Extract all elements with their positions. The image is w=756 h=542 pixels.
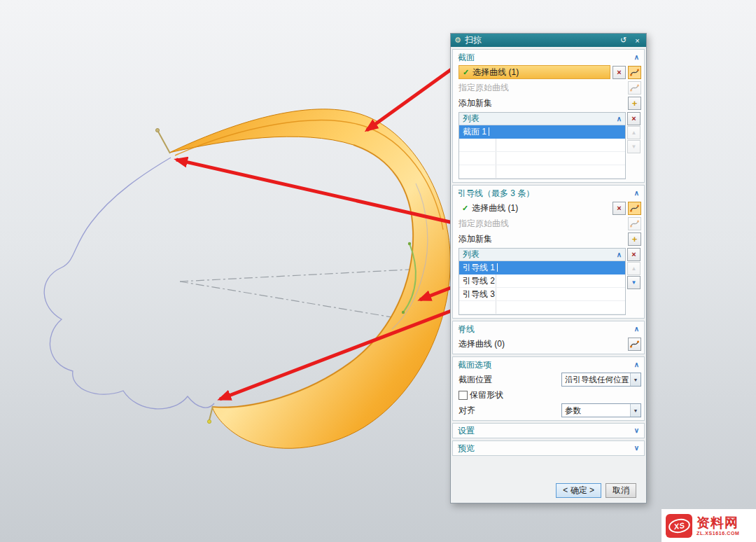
alignment-dropdown[interactable]: 参数 ▼ (561, 403, 641, 417)
collapse-chevron-icon[interactable]: ∧ (634, 326, 639, 333)
guide-origin-curve-row: 指定原始曲线 (453, 216, 644, 231)
section-add-set-button[interactable]: + (628, 97, 641, 110)
annotation-arrow-section-curve (367, 62, 462, 130)
guide-group: 引导线（最多 3 条） ∧ ✓ 选择曲线 (1) × (452, 185, 645, 319)
close-icon[interactable]: × (632, 36, 643, 45)
section-group-header[interactable]: 截面 ∧ (453, 50, 644, 64)
remove-icon: × (617, 204, 621, 212)
guide-list-move-down-button[interactable]: ▼ (627, 276, 640, 289)
guide-select-curve-field[interactable]: ✓ 选择曲线 (1) (458, 201, 610, 215)
section-list-body: 截面 1 (459, 125, 625, 179)
preview-group-title: 预览 (458, 443, 634, 454)
section-position-value: 沿引导线任何位置 (562, 375, 630, 385)
guide-list-area: 列表 ∧ 引导线 1 引导线 2 (453, 246, 644, 316)
section-position-label: 截面位置 (458, 374, 492, 386)
list-item-empty[interactable] (459, 152, 625, 165)
watermark-brand: 资料网 (696, 516, 738, 529)
select-curve-icon (630, 204, 639, 213)
swept-surface[interactable] (169, 109, 450, 449)
dropdown-arrow-icon: ▼ (630, 373, 640, 386)
top-tip-handle-point (155, 128, 159, 132)
collapse-chevron-icon[interactable]: ∧ (617, 251, 622, 258)
guide-curve-picker-button[interactable] (628, 202, 641, 215)
settings-group-header[interactable]: 设置 ∨ (453, 424, 644, 438)
reset-icon[interactable]: ↺ (618, 36, 629, 45)
collapse-chevron-icon[interactable]: ∧ (617, 116, 622, 123)
section-select-curve-field[interactable]: ✓ 选择曲线 (1) (458, 65, 610, 79)
expand-chevron-icon[interactable]: ∨ (634, 427, 639, 434)
collapse-chevron-icon[interactable]: ∧ (634, 54, 639, 61)
dialog-titlebar[interactable]: ⚙ 扫掠 ↺ × (451, 34, 646, 47)
list-item-guide-1[interactable]: 引导线 1 (459, 261, 625, 275)
dialog-button-row: < 确定 > 取消 (452, 480, 645, 499)
preserve-shape-label: 保留形状 (470, 389, 503, 401)
gear-icon[interactable]: ⚙ (454, 36, 461, 45)
arrow-down-icon: ▼ (631, 144, 637, 150)
guide-list-remove-button[interactable]: × (627, 248, 640, 261)
dialog-title: 扫掠 (465, 34, 615, 46)
watermark-site: ZL.XS1616.COM (696, 531, 739, 536)
list-item-empty[interactable] (459, 301, 625, 314)
section-options-header[interactable]: 截面选项 ∧ (453, 358, 644, 372)
list-item-empty[interactable] (459, 165, 625, 179)
section-list-controls: × ▲ ▼ (627, 112, 641, 153)
settings-group-title: 设置 (458, 425, 634, 437)
guide-group-header[interactable]: 引导线（最多 3 条） ∧ (453, 186, 644, 200)
section-clear-selection-button[interactable]: × (612, 66, 626, 79)
section-select-curve-label: 选择曲线 (1) (472, 67, 519, 78)
cancel-button[interactable]: 取消 (606, 483, 636, 498)
section-list-header[interactable]: 列表 ∧ (459, 113, 625, 125)
alignment-row: 对齐 参数 ▼ (453, 403, 644, 418)
section-origin-curve-row: 指定原始曲线 (453, 80, 644, 95)
arrow-up-icon: ▲ (631, 266, 637, 272)
list-item-label: 引导线 3 (463, 289, 495, 300)
guide-list-controls: × ▲ ▼ (627, 248, 641, 289)
section-position-row: 截面位置 沿引导线任何位置 ▼ (453, 372, 644, 387)
section-position-dropdown[interactable]: 沿引导线任何位置 ▼ (561, 373, 641, 387)
settings-group: 设置 ∨ (452, 423, 645, 438)
list-item-guide-2[interactable]: 引导线 2 (459, 275, 625, 288)
application-window: ⚙ 扫掠 ↺ × 截面 ∧ ✓ 选择曲线 (1) × (0, 0, 756, 542)
bottom-tip-handle (209, 406, 213, 420)
guide-clear-selection-button[interactable]: × (612, 202, 626, 215)
section-add-set-row: 添加新集 + (453, 95, 644, 111)
spine-group-header[interactable]: 脊线 ∧ (453, 322, 644, 336)
select-curve-icon (630, 68, 639, 77)
list-item-label: 截面 1 (463, 126, 486, 138)
text-cursor (497, 263, 498, 272)
section-curve-picker-button[interactable] (628, 66, 641, 79)
guide-select-curve-row: ✓ 选择曲线 (1) × (453, 200, 644, 216)
collapse-chevron-icon[interactable]: ∧ (634, 361, 639, 368)
preview-group-header[interactable]: 预览 ∨ (453, 441, 644, 455)
spine-curve-picker-button[interactable] (628, 338, 641, 351)
section-group-title: 截面 (458, 52, 634, 64)
section-list-area: 列表 ∧ 截面 1 (453, 111, 644, 180)
guide-origin-curve-picker-button (628, 217, 641, 230)
select-curve-icon (630, 83, 639, 92)
alignment-value: 参数 (562, 405, 630, 416)
preserve-shape-checkbox[interactable] (458, 391, 468, 400)
check-icon: ✓ (463, 68, 469, 77)
watermark-text-block: 资料网 ZL.XS1616.COM (696, 516, 739, 536)
section-list-remove-button[interactable]: × (627, 112, 640, 125)
guide-list-header[interactable]: 列表 ∧ (459, 249, 625, 261)
expand-chevron-icon[interactable]: ∨ (634, 445, 639, 452)
list-item-guide-3[interactable]: 引导线 3 (459, 288, 625, 301)
ok-button[interactable]: < 确定 > (556, 483, 601, 498)
list-item-empty[interactable] (459, 139, 625, 152)
guide-list-body: 引导线 1 引导线 2 引导线 3 (459, 261, 625, 314)
list-item-section-1[interactable]: 截面 1 (459, 125, 625, 139)
section-add-set-label: 添加新集 (458, 97, 492, 109)
watermark: XS 资料网 ZL.XS1616.COM (662, 509, 756, 542)
spine-group: 脊线 ∧ 选择曲线 (0) (452, 321, 645, 354)
profile-spline-curve[interactable] (44, 158, 214, 409)
section-select-curve-row: ✓ 选择曲线 (1) × (453, 64, 644, 80)
guide-add-set-row: 添加新集 + (453, 231, 644, 246)
guide-add-set-button[interactable]: + (628, 232, 641, 246)
section-list-move-up-button: ▲ (627, 126, 640, 139)
collapse-chevron-icon[interactable]: ∧ (634, 190, 639, 197)
guide-list-move-up-button: ▲ (627, 262, 640, 275)
chevron-down-icon: ▼ (634, 408, 638, 413)
spine-select-curve-row: 选择曲线 (0) (453, 336, 644, 352)
sweep-dialog: ⚙ 扫掠 ↺ × 截面 ∧ ✓ 选择曲线 (1) × (450, 33, 647, 503)
